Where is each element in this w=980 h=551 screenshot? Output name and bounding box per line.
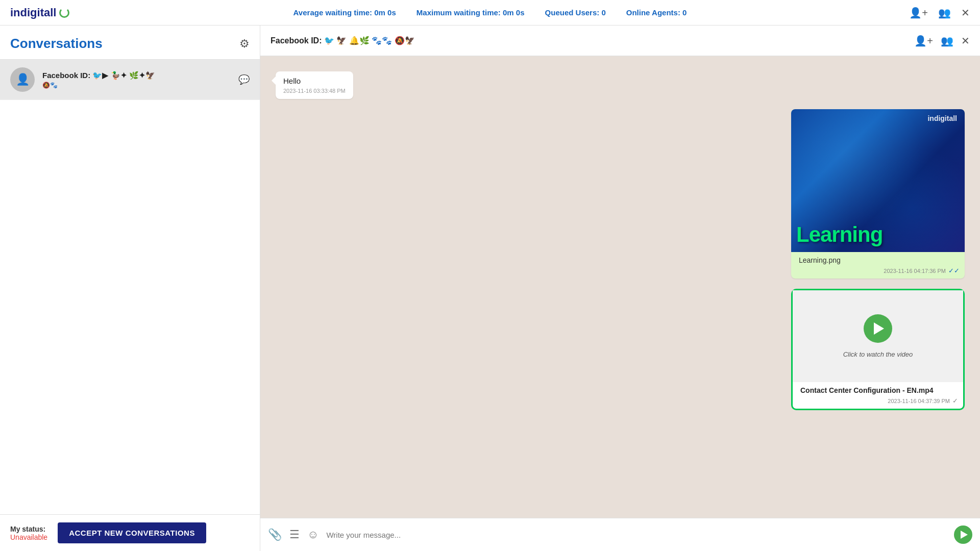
message-received: Hello 2023-11-16 03:33:48 PM [276,71,353,99]
sidebar: Conversations ⚙ 👤 Facebook ID: 🐦▶ 🦆✦ 🌿✦🦅… [0,26,260,551]
chat-action-icon[interactable]: 💬 [238,74,250,85]
avg-wait-stat: Average waiting time: 0m 0s [293,8,396,17]
logo: indigitall [10,6,69,19]
send-button[interactable] [954,525,972,544]
conversation-list: 👤 Facebook ID: 🐦▶ 🦆✦ 🌿✦🦅 🔕🐾 💬 [0,60,260,514]
click-to-watch-label: Click to watch the video [843,350,913,358]
chat-header-name: Facebook ID: 🐦 🦅 🔔🌿 🐾🐾 🔕🦅 [271,36,906,45]
avatar-icon: 👤 [16,73,30,86]
main-layout: Conversations ⚙ 👤 Facebook ID: 🐦▶ 🦆✦ 🌿✦🦅… [0,26,980,551]
settings-icon[interactable]: ⚙ [239,37,250,51]
logo-text: indigitall [10,6,56,19]
transfer-icon[interactable]: 👥 [938,7,951,19]
image-time: 2023-11-16 04:17:36 PM [884,268,946,274]
my-status: My status: Unavailable [10,525,47,541]
chat-header: Facebook ID: 🐦 🦅 🔔🌿 🐾🐾 🔕🦅 👤+ 👥 ✕ [260,26,980,56]
chat-area: Facebook ID: 🐦 🦅 🔔🌿 🐾🐾 🔕🦅 👤+ 👥 ✕ Hello 2… [260,26,980,551]
image-learning-text: Learning [796,222,883,247]
chat-header-icons: 👤+ 👥 ✕ [914,35,970,47]
my-status-value: Unavailable [10,533,47,541]
image-filename: Learning.png [791,252,965,266]
message-video: Click to watch the video Contact Center … [791,289,965,410]
accept-conversations-button[interactable]: ACCEPT NEW CONVERSATIONS [58,522,206,543]
top-header: indigitall Average waiting time: 0m 0s M… [0,0,980,26]
add-user-icon[interactable]: 👤+ [909,7,928,19]
message-image: indigitall Learning Learning.png 2023-11… [791,109,965,279]
logo-icon [59,8,69,18]
online-agents-stat: Online Agents: 0 [626,8,687,17]
conv-info: Facebook ID: 🐦▶ 🦆✦ 🌿✦🦅 🔕🐾 [42,71,231,89]
close-icon[interactable]: ✕ [961,7,970,19]
play-icon [874,322,884,335]
template-icon[interactable]: ☰ [289,528,300,541]
video-time: 2023-11-16 04:37:39 PM [888,398,950,404]
close-chat-icon[interactable]: ✕ [961,35,970,47]
header-stats: Average waiting time: 0m 0s Maximum wait… [293,8,687,17]
video-read-icon: ✓ [952,397,958,405]
chat-input-bar: 📎 ☰ ☺ [260,518,980,551]
message-text: Hello [283,77,346,85]
sidebar-title: Conversations [10,36,103,52]
message-input[interactable] [326,531,946,539]
avatar: 👤 [10,67,35,92]
chat-messages: Hello 2023-11-16 03:33:48 PM indigitall … [260,56,980,518]
add-participant-icon[interactable]: 👤+ [914,35,933,47]
conv-actions: 💬 [238,74,250,85]
status-bar: My status: Unavailable ACCEPT NEW CONVER… [0,514,260,551]
image-meta: 2023-11-16 04:17:36 PM ✓✓ [791,266,965,279]
image-preview: indigitall Learning [791,109,965,252]
header-actions: 👤+ 👥 ✕ [909,7,970,19]
message-time: 2023-11-16 03:33:48 PM [283,88,346,94]
video-meta: 2023-11-16 04:37:39 PM ✓ [793,397,963,409]
my-status-label: My status: [10,525,45,533]
transfer-chat-icon[interactable]: 👥 [941,35,953,47]
list-item[interactable]: 👤 Facebook ID: 🐦▶ 🦆✦ 🌿✦🦅 🔕🐾 💬 [0,60,260,100]
play-button[interactable] [864,314,892,343]
video-player-area[interactable]: Click to watch the video [793,290,963,382]
send-icon [961,531,968,539]
video-filename: Contact Center Configuration - EN.mp4 [793,382,963,397]
queued-users-stat: Queued Users: 0 [545,8,606,17]
sidebar-header: Conversations ⚙ [0,26,260,60]
emoji-icon[interactable]: ☺ [307,528,318,541]
conv-name: Facebook ID: 🐦▶ 🦆✦ 🌿✦🦅 [42,71,231,80]
image-watermark: indigitall [927,114,957,122]
read-receipt-icon: ✓✓ [948,267,960,274]
attachment-icon[interactable]: 📎 [268,528,282,541]
max-wait-stat: Maximum waiting time: 0m 0s [416,8,525,17]
conv-sub: 🔕🐾 [42,82,231,89]
